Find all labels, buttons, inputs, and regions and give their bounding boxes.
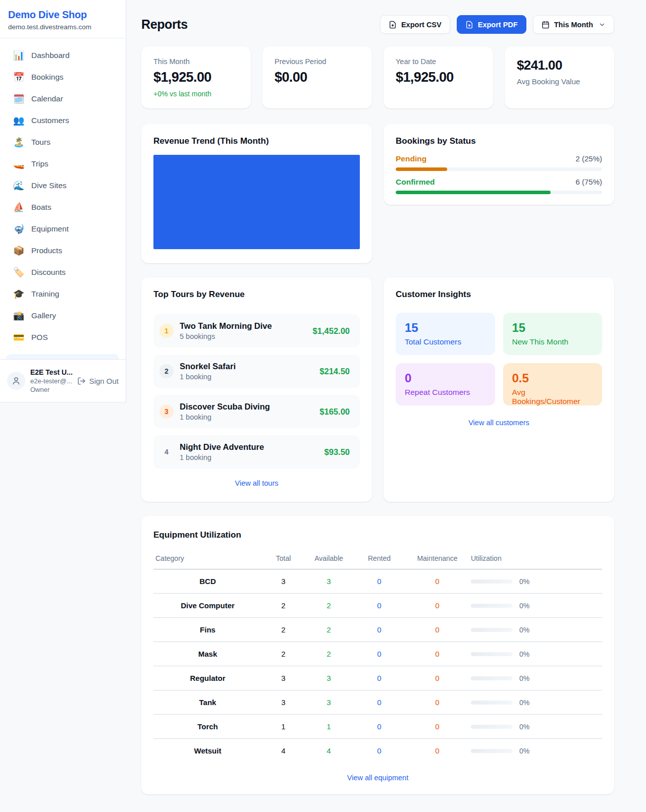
person-icon [11, 376, 21, 386]
sidebar: Demo Dive Shop demo.test.divestreams.com… [0, 0, 126, 402]
sidebar-item-label: Customers [31, 116, 69, 125]
stat-value: $1,925.00 [153, 70, 239, 85]
sidebar-item-calendar[interactable]: 🗓️ Calendar [0, 88, 126, 109]
rank-badge: 1 [159, 324, 174, 338]
cell-rented: 0 [353, 618, 406, 642]
cell-maintenance: 0 [406, 618, 469, 642]
table-row: Regulator 3 3 0 0 0% [153, 666, 602, 690]
export-pdf-button[interactable]: Export PDF [457, 15, 526, 34]
utilization-percent: 0% [519, 699, 529, 707]
cell-total: 2 [262, 642, 305, 666]
tile-total-customers: 15 Total Customers [396, 313, 495, 355]
sidebar-item-products[interactable]: 📦 Products [0, 240, 126, 261]
sidebar-nav: 📊 Dashboard 📅 Bookings 🗓️ Calendar 👥 Cus… [0, 38, 126, 348]
rank-badge: 2 [159, 364, 174, 378]
tile-label: Avg Bookings/Customer [512, 388, 594, 406]
file-download-icon [465, 21, 473, 29]
tour-name: Two Tank Morning Dive [180, 321, 307, 331]
utilization-percent: 0% [519, 723, 529, 731]
island-icon: 🏝️ [13, 138, 24, 147]
column-header-category: Category [153, 549, 262, 569]
tour-name: Night Dive Adventure [180, 442, 318, 452]
customer-insights-card: Customer Insights 15 Total Customers 15 … [384, 277, 614, 502]
cell-available: 2 [305, 594, 353, 618]
sidebar-item-label: Training [31, 289, 59, 299]
revenue-trend-title: Revenue Trend (This Month) [153, 136, 360, 146]
cell-category: Dive Computer [153, 594, 262, 618]
people-icon: 👥 [13, 116, 24, 125]
tour-row[interactable]: 4 Night Dive Adventure 1 booking $93.50 [153, 435, 360, 469]
sidebar-item-boats[interactable]: ⛵ Boats [0, 196, 126, 218]
speedboat-icon: 🚤 [13, 159, 24, 168]
column-header-utilization: Utilization [469, 549, 602, 569]
table-row: Fins 2 2 0 0 0% [153, 618, 602, 642]
view-all-customers-link[interactable]: View all customers [396, 419, 602, 427]
status-label: Pending [396, 154, 426, 163]
cell-category: BCD [153, 569, 262, 594]
sidebar-item-pos[interactable]: 💳 POS [0, 326, 126, 348]
sidebar-item-training[interactable]: 🎓 Training [0, 283, 126, 305]
tour-name: Discover Scuba Diving [180, 402, 313, 412]
sidebar-item-dashboard[interactable]: 📊 Dashboard [0, 44, 126, 66]
stat-value: $241.00 [517, 57, 602, 73]
chevron-down-icon [599, 21, 606, 28]
tour-bookings: 5 bookings [180, 332, 307, 340]
cell-total: 3 [262, 666, 305, 690]
pending-progress-bar [396, 167, 602, 171]
tour-amount: $1,452.00 [313, 326, 350, 336]
sidebar-item-gallery[interactable]: 📸 Gallery [0, 305, 126, 326]
stat-label: Previous Period [275, 57, 360, 66]
equipment-utilization-title: Equipment Utilization [153, 530, 602, 540]
cell-category: Tank [153, 690, 262, 715]
utilization-bar [471, 579, 512, 584]
column-header-maintenance: Maintenance [406, 549, 469, 569]
equipment-utilization-card: Equipment Utilization Category Total Ava… [141, 516, 614, 794]
sign-out-label: Sign Out [89, 377, 119, 385]
tour-row[interactable]: 1 Two Tank Morning Dive 5 bookings $1,45… [153, 314, 360, 347]
cell-total: 4 [262, 739, 305, 763]
utilization-bar [471, 652, 512, 656]
sidebar-item-dive-sites[interactable]: 🌊 Dive Sites [0, 175, 126, 196]
period-dropdown[interactable]: This Month [533, 15, 614, 34]
utilization-percent: 0% [519, 577, 529, 586]
sidebar-item-tours[interactable]: 🏝️ Tours [0, 131, 126, 153]
sidebar-item-bookings[interactable]: 📅 Bookings [0, 66, 126, 88]
tile-label: Total Customers [405, 337, 486, 346]
tour-name: Snorkel Safari [180, 362, 313, 371]
stat-label: This Month [153, 57, 239, 66]
cell-category: Wetsuit [153, 739, 262, 763]
top-tours-card: Top Tours by Revenue 1 Two Tank Morning … [141, 277, 372, 502]
sidebar-active-item-partial[interactable] [6, 354, 119, 359]
cell-rented: 0 [353, 569, 406, 594]
user-email: e2e-tester@... [30, 377, 72, 385]
rank-badge: 4 [159, 445, 174, 459]
sidebar-item-label: Boats [31, 203, 51, 212]
sign-out-button[interactable]: Sign Out [77, 377, 119, 385]
tour-row[interactable]: 3 Discover Scuba Diving 1 booking $165.0… [153, 395, 360, 428]
tour-amount: $93.50 [325, 447, 350, 457]
sidebar-item-equipment[interactable]: 🤿 Equipment [0, 218, 126, 240]
cell-available: 3 [305, 569, 353, 594]
table-row: Dive Computer 2 2 0 0 0% [153, 594, 602, 618]
user-name: E2E Test U... [30, 368, 72, 376]
user-role: Owner [30, 386, 72, 393]
sidebar-item-trips[interactable]: 🚤 Trips [0, 153, 126, 175]
table-row: Wetsuit 4 4 0 0 0% [153, 739, 602, 763]
tile-value: 0 [405, 371, 486, 385]
sidebar-item-label: POS [31, 333, 48, 342]
stat-card-avg-booking-value: $241.00 Avg Booking Value [505, 46, 614, 108]
revenue-trend-card: Revenue Trend (This Month) [141, 124, 372, 263]
export-csv-button[interactable]: Export CSV [380, 15, 450, 34]
sidebar-item-label: Trips [31, 159, 48, 168]
utilization-percent: 0% [519, 747, 529, 755]
sidebar-item-customers[interactable]: 👥 Customers [0, 109, 126, 131]
header-actions: Export CSV Export PDF This Month [380, 15, 614, 34]
utilization-bar [471, 749, 512, 753]
view-all-equipment-link[interactable]: View all equipment [153, 774, 602, 782]
cell-available: 3 [305, 666, 353, 690]
tour-row[interactable]: 2 Snorkel Safari 1 booking $214.50 [153, 355, 360, 388]
sidebar-item-discounts[interactable]: 🏷️ Discounts [0, 261, 126, 283]
avatar [7, 372, 25, 390]
charts-row: Revenue Trend (This Month) Bookings by S… [141, 124, 614, 263]
view-all-tours-link[interactable]: View all tours [153, 479, 360, 487]
